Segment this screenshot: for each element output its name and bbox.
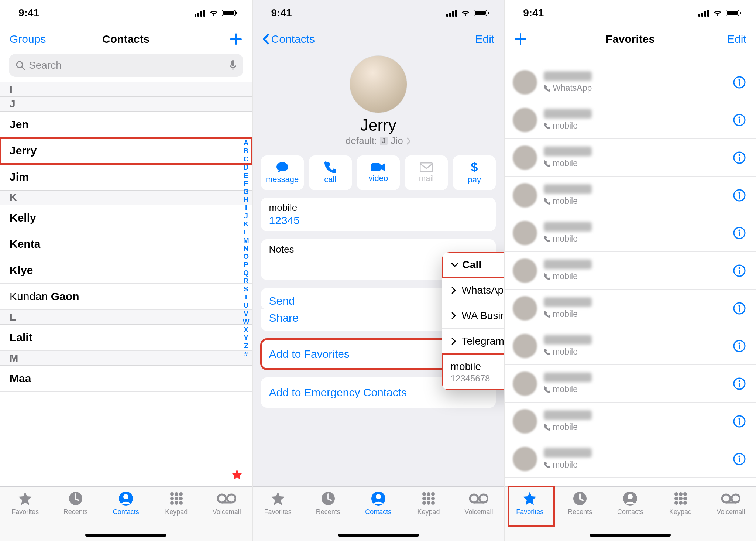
contact-row[interactable]: Klye (0, 257, 252, 284)
favorite-subline: WhatsApp (544, 83, 726, 93)
info-icon[interactable] (733, 377, 746, 390)
svg-point-42 (427, 497, 430, 500)
plus-icon (514, 33, 527, 45)
contact-row[interactable]: Kelly (0, 205, 252, 231)
tab-voicemail[interactable]: Voicemail (709, 490, 753, 541)
pay-button[interactable]: $pay (453, 155, 496, 190)
favorite-name (544, 109, 592, 119)
svg-rect-6 (236, 12, 237, 14)
svg-rect-55 (727, 11, 738, 15)
favorite-row[interactable]: mobile (505, 365, 756, 403)
contact-row[interactable]: Jen (0, 112, 252, 138)
svg-rect-25 (446, 14, 448, 17)
status-icons (446, 9, 489, 17)
svg-point-39 (427, 492, 430, 496)
phone-icon (544, 349, 550, 355)
favorite-row[interactable]: mobile (505, 214, 756, 252)
info-icon[interactable] (733, 76, 746, 89)
call-button[interactable]: call (309, 155, 352, 190)
svg-point-20 (175, 501, 178, 505)
svg-point-82 (738, 380, 740, 382)
video-button[interactable]: video (357, 155, 400, 190)
tab-voicemail[interactable]: Voicemail (457, 490, 501, 541)
section-header: I (0, 82, 252, 97)
favorite-name (544, 147, 592, 156)
favorite-row[interactable]: mobile (505, 177, 756, 214)
dollar-icon: $ (470, 161, 478, 174)
svg-point-22 (218, 494, 226, 503)
favorite-row[interactable]: mobile (505, 403, 756, 440)
tab-favorites[interactable]: Favorites (3, 490, 47, 541)
favorite-row[interactable]: mobile (505, 440, 756, 478)
svg-point-12 (123, 494, 128, 499)
edit-button[interactable]: Edit (475, 33, 494, 45)
svg-point-92 (628, 494, 633, 499)
home-indicator[interactable] (338, 534, 419, 537)
svg-point-101 (683, 501, 687, 505)
tab-voicemail[interactable]: Voicemail (205, 490, 249, 541)
tab-favorites[interactable]: Favorites (256, 490, 300, 541)
favorite-name (544, 335, 592, 345)
contact-name: Jerry (253, 116, 504, 134)
favorite-row[interactable]: mobile (505, 290, 756, 327)
default-sim-row[interactable]: default: J Jio (253, 135, 504, 147)
info-icon[interactable] (733, 227, 746, 239)
menu-item-wa-business[interactable]: WA Business (442, 303, 504, 329)
voicemail-icon (217, 493, 236, 504)
avatar (513, 296, 537, 321)
info-icon[interactable] (733, 264, 746, 277)
message-button[interactable]: message (261, 155, 304, 190)
svg-point-47 (470, 494, 478, 503)
alphabet-index[interactable]: ABCDEFGHIJKLMNOPQRSTUVWXYZ# (241, 139, 251, 358)
favorites-list[interactable]: WhatsAppmobilemobilemobilemobilemobilemo… (505, 64, 756, 486)
add-favorite-button[interactable] (514, 33, 527, 45)
sim-badge: J (380, 137, 388, 145)
phone-icon (544, 273, 550, 280)
phone-icon (544, 85, 550, 92)
info-icon[interactable] (733, 151, 746, 164)
svg-rect-80 (739, 345, 740, 349)
contact-row[interactable]: Maa (0, 366, 252, 392)
contact-row[interactable]: Jerry (0, 138, 252, 164)
info-icon[interactable] (733, 453, 746, 465)
home-indicator[interactable] (85, 534, 166, 537)
favorite-row[interactable]: mobile (505, 139, 756, 177)
video-icon (371, 162, 386, 172)
favorite-subline: mobile (544, 384, 726, 394)
info-icon[interactable] (733, 189, 746, 202)
info-icon[interactable] (733, 302, 746, 315)
svg-point-103 (732, 494, 740, 503)
add-contact-button[interactable] (229, 32, 243, 46)
menu-item-telegram[interactable]: Telegram (442, 329, 504, 354)
back-button[interactable]: Contacts (262, 33, 315, 45)
favorite-row[interactable]: WhatsApp (505, 64, 756, 101)
favorite-row[interactable]: mobile (505, 252, 756, 290)
info-icon[interactable] (733, 114, 746, 126)
contact-row[interactable]: Jim (0, 164, 252, 190)
call-menu-header[interactable]: Call (442, 252, 504, 278)
favorite-row[interactable]: mobile (505, 101, 756, 139)
menu-item-whatsapp[interactable]: WhatsApp (442, 278, 504, 303)
page-title: Contacts (102, 33, 150, 45)
svg-rect-31 (488, 12, 489, 14)
menu-item-mobile[interactable]: mobile 12345678 (442, 354, 504, 390)
action-row: message call video mail $pay (253, 147, 504, 198)
contact-row[interactable]: Kundan Gaon (0, 284, 252, 310)
svg-point-16 (170, 497, 174, 500)
mic-icon[interactable] (229, 60, 237, 71)
edit-button[interactable]: Edit (727, 33, 746, 45)
svg-rect-52 (704, 11, 706, 17)
contact-avatar[interactable] (350, 55, 407, 113)
svg-point-41 (422, 497, 426, 500)
favorite-row[interactable]: mobile (505, 327, 756, 365)
contact-row[interactable]: Kenta (0, 231, 252, 257)
search-input[interactable]: Search (9, 54, 243, 77)
home-indicator[interactable] (590, 534, 671, 537)
groups-button[interactable]: Groups (10, 33, 46, 45)
svg-rect-30 (475, 11, 486, 15)
contact-row[interactable]: Lalit (0, 325, 252, 351)
phone-card[interactable]: mobile 12345 (261, 198, 496, 231)
svg-point-48 (480, 494, 488, 503)
info-icon[interactable] (733, 415, 746, 428)
info-icon[interactable] (733, 340, 746, 352)
